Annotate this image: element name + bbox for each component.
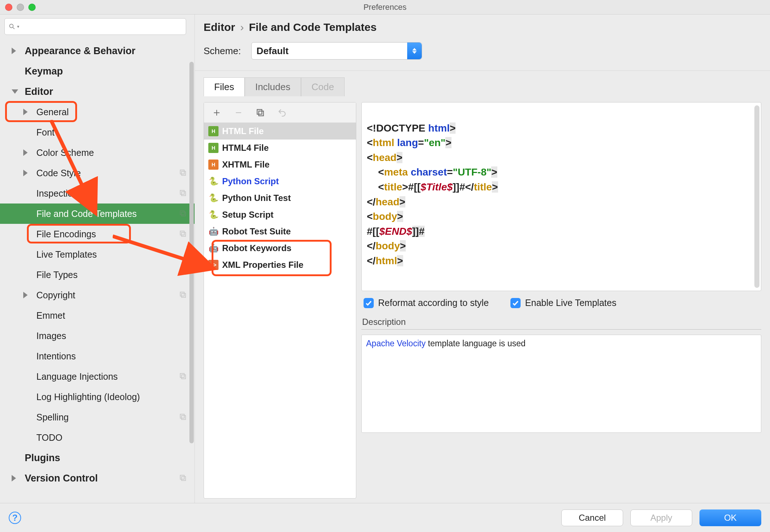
file-type-icon: H <box>208 143 218 153</box>
cancel-button[interactable]: Cancel <box>561 509 623 526</box>
sidebar-scrollbar[interactable] <box>189 62 194 503</box>
svg-rect-9 <box>180 231 184 235</box>
template-item-python-script[interactable]: 🐍Python Script <box>204 173 356 190</box>
copy-icon <box>256 108 265 117</box>
template-item-label: Setup Script <box>222 210 273 220</box>
sidebar-item-file-and-code-templates[interactable]: File and Code Templates <box>0 203 194 224</box>
sidebar-item-keymap[interactable]: Keymap <box>0 61 194 81</box>
sidebar-item-label: Copyright <box>36 290 75 301</box>
sidebar-item-language-injections[interactable]: Language Injections <box>0 366 194 387</box>
svg-rect-4 <box>181 192 185 196</box>
chevron-down-icon <box>12 89 18 94</box>
sidebar-item-label: File Types <box>36 270 77 280</box>
svg-line-1 <box>13 28 15 29</box>
scheme-value: Default <box>257 45 289 57</box>
help-button[interactable]: ? <box>9 512 21 524</box>
svg-rect-7 <box>180 211 184 215</box>
template-code-editor[interactable]: <!DOCTYPE html> <html lang="en"> <head> … <box>361 102 761 291</box>
scope-icon <box>179 210 187 218</box>
chevron-right-icon <box>23 170 28 176</box>
preferences-tree: Appearance & BehaviorKeymapEditorGeneral… <box>0 39 194 488</box>
template-item-label: HTML4 File <box>222 143 269 153</box>
sidebar-item-todo[interactable]: TODO <box>0 427 194 448</box>
file-type-icon: H <box>208 126 218 136</box>
chevron-right-icon <box>23 109 28 115</box>
live-templates-checkbox[interactable]: Enable Live Templates <box>510 298 616 308</box>
template-item-xhtml-file[interactable]: HXHTML File <box>204 156 356 173</box>
sidebar-item-file-encodings[interactable]: File Encodings <box>0 224 194 244</box>
window-title: Preferences <box>0 3 770 12</box>
svg-rect-10 <box>181 293 185 297</box>
template-item-robot-keywords[interactable]: 🤖Robot Keywords <box>204 240 356 257</box>
sidebar-item-inspections[interactable]: Inspections <box>0 183 194 203</box>
tab-includes[interactable]: Includes <box>245 77 301 96</box>
sidebar-item-label: Editor <box>25 86 53 97</box>
sidebar-item-copyright[interactable]: Copyright <box>0 285 194 305</box>
sidebar: ▾ Appearance & BehaviorKeymapEditorGener… <box>0 15 194 503</box>
reformat-checkbox[interactable]: Reformat according to style <box>364 298 489 308</box>
svg-rect-14 <box>181 415 185 419</box>
copy-template-button[interactable] <box>255 107 266 118</box>
add-template-button[interactable]: ＋ <box>211 107 222 118</box>
sidebar-item-font[interactable]: Font <box>0 122 194 142</box>
checkbox-checked-icon <box>364 298 374 308</box>
ok-button[interactable]: OK <box>699 509 761 526</box>
search-icon <box>8 23 16 30</box>
titlebar: Preferences <box>0 0 770 15</box>
sidebar-item-log-highlighting-ideolog-[interactable]: Log Highlighting (Ideolog) <box>0 387 194 407</box>
checkbox-checked-icon <box>510 298 521 308</box>
file-type-icon: 🤖 <box>208 243 218 253</box>
sidebar-item-version-control[interactable]: Version Control <box>0 468 194 488</box>
chevron-right-icon <box>12 48 16 54</box>
sidebar-item-spelling[interactable]: Spelling <box>0 407 194 427</box>
tab-files[interactable]: Files <box>204 77 245 96</box>
template-item-label: Python Unit Test <box>222 193 291 203</box>
sidebar-item-label: General <box>36 107 69 117</box>
template-item-label: XHTML File <box>222 160 269 170</box>
sidebar-item-emmet[interactable]: Emmet <box>0 305 194 326</box>
breadcrumb: Editor › File and Code Templates <box>195 15 770 39</box>
scope-icon <box>179 230 187 238</box>
sidebar-item-plugins[interactable]: Plugins <box>0 448 194 468</box>
scope-icon <box>179 474 187 482</box>
chevron-updown-icon <box>407 43 422 59</box>
svg-rect-15 <box>180 414 184 418</box>
sidebar-item-live-templates[interactable]: Live Templates <box>0 244 194 265</box>
scheme-select[interactable]: Default <box>251 42 422 60</box>
template-item-html-file[interactable]: HHTML File <box>204 123 356 140</box>
svg-rect-11 <box>180 292 184 296</box>
search-input[interactable]: ▾ <box>4 18 186 35</box>
scheme-label: Scheme: <box>204 45 241 57</box>
sidebar-item-label: Version Control <box>25 473 98 484</box>
remove-template-button[interactable]: − <box>233 107 244 118</box>
undo-template-button[interactable] <box>277 107 288 118</box>
description-box: Apache Velocity template language is use… <box>361 335 761 433</box>
chevron-right-icon <box>23 149 28 156</box>
sidebar-item-color-scheme[interactable]: Color Scheme <box>0 142 194 163</box>
sidebar-item-label: Log Highlighting (Ideolog) <box>36 392 140 402</box>
sidebar-item-label: Emmet <box>36 310 65 321</box>
template-item-python-unit-test[interactable]: 🐍Python Unit Test <box>204 190 356 206</box>
sidebar-item-code-style[interactable]: Code Style <box>0 163 194 183</box>
sidebar-item-images[interactable]: Images <box>0 326 194 346</box>
apply-button[interactable]: Apply <box>630 509 692 526</box>
sidebar-item-label: Inspections <box>36 188 82 199</box>
template-item-robot-test-suite[interactable]: 🤖Robot Test Suite <box>204 223 356 240</box>
scope-icon <box>179 372 187 380</box>
sidebar-item-editor[interactable]: Editor <box>0 81 194 102</box>
apache-velocity-link[interactable]: Apache Velocity <box>366 339 426 348</box>
sidebar-item-intentions[interactable]: Intentions <box>0 346 194 366</box>
sidebar-item-appearance-behavior[interactable]: Appearance & Behavior <box>0 41 194 61</box>
svg-point-0 <box>9 24 13 28</box>
template-tabs: FilesIncludesCode <box>195 71 770 96</box>
code-scrollbar[interactable] <box>754 105 759 288</box>
reformat-label: Reformat according to style <box>378 298 489 308</box>
template-item-setup-script[interactable]: 🐍Setup Script <box>204 206 356 223</box>
sidebar-item-file-types[interactable]: File Types <box>0 265 194 285</box>
sidebar-item-label: File and Code Templates <box>36 209 137 219</box>
template-item-html4-file[interactable]: HHTML4 File <box>204 140 356 156</box>
live-templates-label: Enable Live Templates <box>525 298 616 308</box>
sidebar-item-general[interactable]: General <box>0 102 194 122</box>
sidebar-item-label: Appearance & Behavior <box>25 45 136 57</box>
template-item-xml-properties-file[interactable]: <>XML Properties File <box>204 257 356 273</box>
